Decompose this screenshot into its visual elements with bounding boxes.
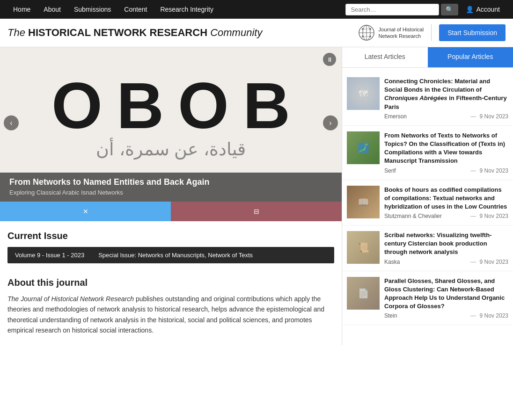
nav-home[interactable]: Home <box>7 2 36 17</box>
title-bold: HISTORICAL NETWORK RESEARCH <box>28 27 207 38</box>
search-icon: 🔍 <box>446 6 454 13</box>
article-info-4: Scribal networks: Visualizing twelfth-ce… <box>384 231 508 265</box>
article-author-4: Kaska <box>384 259 400 265</box>
article-thumb-4: 📜 <box>347 231 380 264</box>
thumb-icon-2: 🗾 <box>347 131 380 164</box>
tab-popular-articles[interactable]: Popular Articles <box>428 47 513 67</box>
bookmark-button[interactable]: ⊟ <box>171 202 342 221</box>
nav-about[interactable]: About <box>38 2 66 17</box>
hero-letter-2: B <box>117 73 164 138</box>
article-title-3: Books of hours as codified compilations … <box>384 186 508 211</box>
article-item-4[interactable]: 📜 Scribal networks: Visualizing twelfth-… <box>342 225 513 271</box>
main-nav: Home About Submissions Content Research … <box>0 0 513 19</box>
about-body: The Journal of Historical Network Resear… <box>7 294 334 336</box>
hero-subtitle: Exploring Classical Arabic Isnad Network… <box>9 189 332 196</box>
article-item-1[interactable]: 🗺 Connecting Chronicles: Material and So… <box>342 72 513 126</box>
issue-volume: Volume 9 - Issue 1 - 2023 <box>15 252 84 259</box>
journal-logo-icon <box>358 24 375 41</box>
article-thumb-3: 📖 <box>347 186 380 218</box>
article-info-3: Books of hours as codified compilations … <box>384 186 508 220</box>
hero-arabic-text: قيادة، عن سمرة، أن <box>0 139 342 159</box>
thumb-icon-1: 🗺 <box>347 77 380 110</box>
site-header: The HISTORICAL NETWORK RESEARCH Communit… <box>0 19 513 47</box>
article-item-5[interactable]: 📄 Parallel Glosses, Shared Glosses, and … <box>342 271 513 326</box>
start-submission-button[interactable]: Start Submission <box>439 24 506 41</box>
site-title: The HISTORICAL NETWORK RESEARCH Communit… <box>7 27 358 39</box>
article-meta-5: Stein — 9 Nov 2023 <box>384 312 508 319</box>
title-pre: The <box>7 27 25 38</box>
hero-slider: O B O B قيادة، عن سمرة، أن ⏸ ‹ › From Ne… <box>0 47 342 202</box>
issue-special: Special Issue: Networks of Manuscripts, … <box>98 252 253 259</box>
hero-letter-1: O <box>51 73 103 138</box>
twitter-icon: ✕ <box>83 208 88 215</box>
article-item-2[interactable]: 🗾 From Networks of Texts to Networks of … <box>342 126 513 180</box>
article-author-5: Stein <box>384 312 397 319</box>
article-meta-4: Kaska — 9 Nov 2023 <box>384 259 508 265</box>
nav-content[interactable]: Content <box>118 2 153 17</box>
article-author-1: Emerson <box>384 113 407 120</box>
search-input[interactable] <box>345 4 439 15</box>
journal-name-italic: The Journal of Historical Network Resear… <box>7 295 134 303</box>
thumb-icon-5: 📄 <box>347 277 380 310</box>
social-bar: ✕ ⊟ <box>0 202 342 221</box>
next-slide-button[interactable]: › <box>323 116 338 130</box>
article-date-5: — 9 Nov 2023 <box>469 312 508 319</box>
tab-latest-articles[interactable]: Latest Articles <box>342 47 428 67</box>
hero-caption: From Networks to Named Entities and Back… <box>0 173 342 202</box>
about-heading: About this journal <box>7 277 334 288</box>
article-date-3: — 9 Nov 2023 <box>469 213 508 219</box>
article-info-2: From Networks of Texts to Networks of To… <box>384 131 508 174</box>
article-info-5: Parallel Glosses, Shared Glosses, and Gl… <box>384 277 508 319</box>
article-author-2: Serif <box>384 167 396 174</box>
date-sep-1: — <box>470 113 476 120</box>
current-issue-heading: Current Issue <box>7 231 334 241</box>
title-post: Community <box>210 27 262 38</box>
nav-research-integrity[interactable]: Research Integrity <box>154 2 219 17</box>
bookmark-icon: ⊟ <box>254 208 259 215</box>
current-issue-section: Current Issue Volume 9 - Issue 1 - 2023 … <box>0 221 342 268</box>
article-title-1: Connecting Chronicles: Material and Soci… <box>384 77 508 111</box>
left-column: O B O B قيادة، عن سمرة، أن ⏸ ‹ › From Ne… <box>0 47 342 345</box>
pause-button[interactable]: ⏸ <box>323 53 336 66</box>
main-layout: O B O B قيادة، عن سمرة، أن ⏸ ‹ › From Ne… <box>0 47 513 345</box>
article-author-3: Stutzmann & Chevalier <box>384 213 442 219</box>
thumb-icon-4: 📜 <box>347 231 380 264</box>
article-list: 🗺 Connecting Chronicles: Material and So… <box>342 68 513 329</box>
issue-badge[interactable]: Volume 9 - Issue 1 - 2023 Special Issue:… <box>7 247 334 263</box>
article-tabs: Latest Articles Popular Articles <box>342 47 513 68</box>
account-label: Account <box>476 6 500 13</box>
article-date-2: — 9 Nov 2023 <box>469 167 508 174</box>
journal-logo-text: Journal of Historical Network Research <box>379 26 424 40</box>
article-thumb-5: 📄 <box>347 277 380 310</box>
search-form: 🔍 <box>345 4 458 15</box>
prev-icon: ‹ <box>10 119 12 127</box>
article-thumb-2: 🗾 <box>347 131 380 164</box>
about-section: About this journal The Journal of Histor… <box>0 268 342 345</box>
search-button[interactable]: 🔍 <box>441 4 458 15</box>
hero-letter-3: O <box>178 73 229 138</box>
pause-icon: ⏸ <box>327 56 333 63</box>
account-icon: 👤 <box>466 6 474 13</box>
hero-letter-4: B <box>243 73 290 138</box>
article-info-1: Connecting Chronicles: Material and Soci… <box>384 77 508 120</box>
article-title-5: Parallel Glosses, Shared Glosses, and Gl… <box>384 277 508 311</box>
right-column: Latest Articles Popular Articles 🗺 Conne… <box>342 47 513 345</box>
header-right: Journal of Historical Network Research S… <box>358 24 506 41</box>
journal-logo: Journal of Historical Network Research <box>358 24 432 41</box>
article-meta-2: Serif — 9 Nov 2023 <box>384 167 508 174</box>
nav-submissions[interactable]: Submissions <box>68 2 117 17</box>
thumb-icon-3: 📖 <box>347 186 380 218</box>
hero-title: From Networks to Named Entities and Back… <box>9 177 332 187</box>
account-menu[interactable]: 👤 Account <box>460 6 506 13</box>
next-icon: › <box>329 119 331 127</box>
article-thumb-1: 🗺 <box>347 77 380 110</box>
twitter-share-button[interactable]: ✕ <box>0 202 171 221</box>
article-date-1: — 9 Nov 2023 <box>469 113 508 120</box>
article-title-4: Scribal networks: Visualizing twelfth-ce… <box>384 231 508 257</box>
article-meta-1: Emerson — 9 Nov 2023 <box>384 113 508 120</box>
prev-slide-button[interactable]: ‹ <box>4 116 19 130</box>
article-item-3[interactable]: 📖 Books of hours as codified compilation… <box>342 180 513 226</box>
article-title-2: From Networks of Texts to Networks of To… <box>384 131 508 166</box>
article-date-4: — 9 Nov 2023 <box>469 259 508 265</box>
article-meta-3: Stutzmann & Chevalier — 9 Nov 2023 <box>384 213 508 219</box>
